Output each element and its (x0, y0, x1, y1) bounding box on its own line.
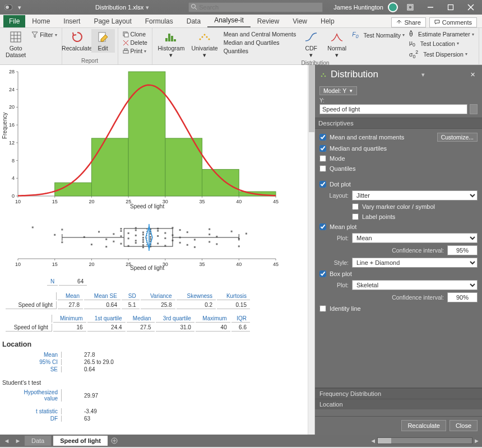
quantiles-button[interactable]: Quantiles (223, 47, 298, 55)
add-sheet-button[interactable] (110, 436, 119, 445)
tab-insert[interactable]: Insert (57, 15, 87, 27)
share-button[interactable]: Share (391, 17, 425, 27)
svg-rect-146 (179, 229, 181, 231)
chk-label-points[interactable] (352, 213, 359, 220)
boxplot-select[interactable]: Skeletal (352, 280, 478, 290)
sheet-nav-next[interactable]: ► (13, 437, 22, 444)
svg-rect-139 (164, 237, 166, 239)
chk-boxplot[interactable] (319, 270, 326, 277)
freq-dist-header[interactable]: Frequency Distribution (315, 388, 482, 399)
print-button[interactable]: Print▾ (122, 47, 149, 55)
svg-rect-153 (208, 241, 210, 242)
svg-rect-5 (409, 6, 412, 9)
layout-select[interactable]: Jitter (352, 190, 478, 200)
comments-button[interactable]: Comments (429, 17, 477, 27)
clone-button[interactable]: Clone (122, 30, 149, 38)
svg-point-170 (325, 76, 326, 77)
svg-rect-148 (187, 244, 188, 246)
horizontal-scrollbar[interactable]: ◄► (370, 437, 480, 444)
svg-rect-99 (61, 241, 63, 243)
tab-file[interactable]: File (3, 15, 25, 27)
panel-dropdown-icon[interactable]: ▾ (418, 71, 428, 78)
test-normality-button[interactable]: F0 Test Normality▾ (351, 30, 406, 40)
filename-dropdown-icon[interactable]: ▾ (146, 4, 149, 11)
tab-review[interactable]: Review (251, 15, 286, 27)
test-location-button[interactable]: μ0 Test Location▾ (408, 39, 475, 48)
sheet-tab-data[interactable]: Data (25, 436, 51, 446)
meanplot-select[interactable]: Mean (352, 233, 478, 243)
ci90-input[interactable] (447, 292, 478, 302)
chk-meanplot[interactable] (319, 223, 326, 230)
chk-mean-moments[interactable] (319, 134, 326, 141)
svg-rect-150 (194, 239, 196, 240)
chk-mode[interactable] (319, 155, 326, 162)
tab-view[interactable]: View (286, 15, 314, 27)
ribbon-mode-icon[interactable] (402, 0, 418, 15)
recalculate-button[interactable]: Recalculate (66, 29, 89, 53)
chk-identity[interactable] (319, 305, 326, 312)
close-button[interactable] (463, 0, 479, 15)
sigma-icon: σ02 (409, 49, 418, 59)
svg-rect-124 (142, 246, 144, 248)
estimate-param-button[interactable]: θ̂ Estimate Parameter▾ (408, 30, 475, 38)
svg-rect-131 (150, 238, 151, 240)
location-header[interactable]: Location (315, 399, 482, 409)
chk-dotplot[interactable] (319, 181, 326, 188)
svg-rect-25 (174, 39, 176, 41)
cdf-button[interactable]: CDF▾ (299, 29, 323, 59)
tab-home[interactable]: Home (25, 15, 57, 27)
goto-dataset-button[interactable]: Goto Dataset (3, 29, 28, 59)
box-plot: 1015202530354045 Speed of light (1, 213, 281, 272)
ttest-label: Student's t test (2, 379, 312, 386)
svg-point-2 (192, 4, 196, 8)
svg-text:4: 4 (12, 175, 15, 181)
y-input[interactable] (319, 104, 467, 114)
model-button[interactable]: Model: Y ▼ (319, 86, 357, 95)
maximize-button[interactable] (443, 0, 458, 15)
sheet-tab-speed-of-light[interactable]: Speed of light (53, 436, 108, 446)
chk-quantiles[interactable] (319, 165, 326, 172)
user-avatar[interactable] (388, 2, 398, 12)
delete-button[interactable]: Delete (122, 39, 149, 46)
filter-button[interactable]: Filter▾ (30, 31, 58, 39)
user-name: James Huntington (333, 4, 383, 11)
search-box[interactable] (188, 2, 323, 12)
autosave-toggle[interactable] (4, 3, 12, 11)
svg-rect-120 (142, 237, 144, 239)
svg-text:15: 15 (52, 199, 58, 204)
tab-help[interactable]: Help (314, 15, 341, 27)
histogram-button[interactable]: Histogram▾ (156, 29, 187, 59)
descriptives-header[interactable]: Descriptives (315, 118, 482, 129)
median-quartiles-button[interactable]: Median and Quartiles (223, 39, 298, 46)
edit-button[interactable]: Edit (91, 29, 115, 53)
svg-text:40: 40 (236, 199, 242, 204)
qat-dropdown-icon[interactable]: ▾ (16, 3, 24, 11)
svg-rect-10 (11, 32, 21, 42)
svg-rect-111 (121, 230, 122, 232)
normal-button[interactable]: Normal▾ (325, 29, 349, 59)
y-picker-button[interactable] (470, 104, 478, 114)
chk-median-quartiles[interactable] (319, 145, 326, 152)
panel-close-button[interactable]: ✕ (468, 70, 478, 80)
tab-formulas[interactable]: Formulas (138, 15, 180, 27)
vertical-scrollbar[interactable] (308, 65, 314, 435)
chk-vary-marker[interactable] (352, 203, 359, 210)
svg-rect-77 (202, 169, 239, 196)
customize-button[interactable]: Customize... (437, 133, 478, 142)
close-panel-button[interactable]: Close (449, 420, 478, 431)
recalculate-panel-button[interactable]: Recalculate (401, 420, 446, 431)
sheet-nav-prev[interactable]: ◄ (2, 437, 11, 444)
tab-page-layout[interactable]: Page Layout (87, 15, 138, 27)
minimize-button[interactable] (423, 0, 438, 15)
mean-moments-button[interactable]: Mean and Central Moments (223, 30, 298, 38)
svg-text:0: 0 (12, 193, 15, 199)
svg-text:35: 35 (200, 199, 205, 204)
univariate-button[interactable]: Univariate▾ (189, 29, 220, 59)
ci95-input[interactable] (447, 245, 478, 255)
test-dispersion-button[interactable]: σ02 Test Dispersion▾ (408, 49, 475, 60)
style-select[interactable]: Line + Diamond (352, 258, 478, 268)
svg-rect-23 (168, 34, 170, 41)
tab-analyse-it[interactable]: Analyse-it (207, 14, 251, 27)
search-input[interactable] (188, 2, 323, 12)
tab-data[interactable]: Data (180, 15, 207, 27)
